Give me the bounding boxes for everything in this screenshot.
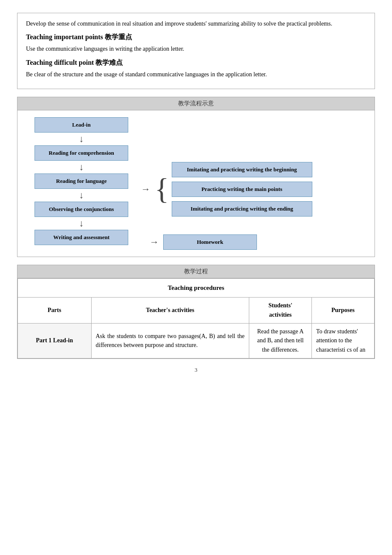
flow-homework-row: → Homework (145, 234, 257, 250)
top-content-box: Develop the sense of communication in re… (17, 13, 375, 89)
arrow-down-1: ↓ (79, 134, 84, 144)
node-reading-language: Reading for language (35, 173, 128, 189)
flow-right-nodes: Imitating and practicing writing the beg… (172, 162, 312, 217)
page-number: 3 (17, 367, 375, 373)
arrow-down-4: ↓ (79, 219, 84, 228)
arrow-right-1: → (141, 184, 150, 195)
important-points-text: Use the communicative languages in writi… (26, 44, 366, 54)
arrow-down-2: ↓ (79, 162, 84, 172)
col-students-header: Students'activities (249, 298, 312, 323)
flow-right-section: → { Imitating and practicing writing the… (137, 117, 366, 250)
node-reading-comprehension: Reading for comprehension (35, 145, 128, 161)
difficult-point-text: Be clear of the structure and the usage … (26, 70, 366, 79)
table-row: Part 1 Lead-in Ask the students to compa… (18, 323, 375, 358)
table-box: 教学过程 Teaching procedures Parts Teacher's… (17, 265, 375, 359)
arrow-right-2: → (150, 237, 159, 248)
node-imitating-ending: Imitating and practicing writing the end… (172, 201, 312, 217)
col-activities-header: Teacher's activities (91, 298, 249, 323)
teaching-important-heading: Teaching important points 教学重点 (26, 33, 366, 42)
node-homework: Homework (163, 234, 257, 250)
procedures-label: Teaching procedures (18, 279, 375, 298)
flow-middle-branch: → { Imitating and practicing writing the… (137, 162, 312, 217)
node-lead-in: Lead-in (35, 117, 128, 133)
teaching-difficult-heading: Teaching difficult point 教学难点 (26, 58, 366, 67)
node-observing: Observing the conjunctions (35, 202, 128, 217)
arrow-down-3: ↓ (79, 191, 84, 200)
teaching-table: Teaching procedures Parts Teacher's acti… (17, 278, 375, 358)
col-purposes-header: Purposes (312, 298, 375, 323)
part-lead-in: Part 1 Lead-in (18, 323, 92, 358)
column-headers-row: Parts Teacher's activities Students'acti… (18, 298, 375, 323)
intro-text: Develop the sense of communication in re… (26, 19, 366, 29)
node-writing-assessment: Writing and assessment (35, 230, 128, 245)
flow-diagram-box: 教学流程示意 Lead-in ↓ Reading for comprehensi… (17, 97, 375, 257)
students-lead-in: Read the passage A and B, and then tell … (249, 323, 312, 358)
col-parts-header: Parts (18, 298, 92, 323)
node-practicing-main: Practicing writing the main points (172, 182, 312, 197)
activity-lead-in: Ask the students to compare two passages… (91, 323, 249, 358)
procedures-heading-row: Teaching procedures (18, 279, 375, 298)
node-imitating-beginning: Imitating and practicing writing the beg… (172, 162, 312, 177)
flow-diagram-title: 教学流程示意 (17, 97, 375, 110)
table-title: 教学过程 (17, 265, 375, 278)
flow-diagram-content: Lead-in ↓ Reading for comprehension ↓ Re… (17, 110, 375, 257)
purposes-lead-in: To draw students' attention to the chara… (312, 323, 375, 358)
brace-symbol: { (155, 174, 169, 204)
flow-left-column: Lead-in ↓ Reading for comprehension ↓ Re… (26, 117, 137, 245)
